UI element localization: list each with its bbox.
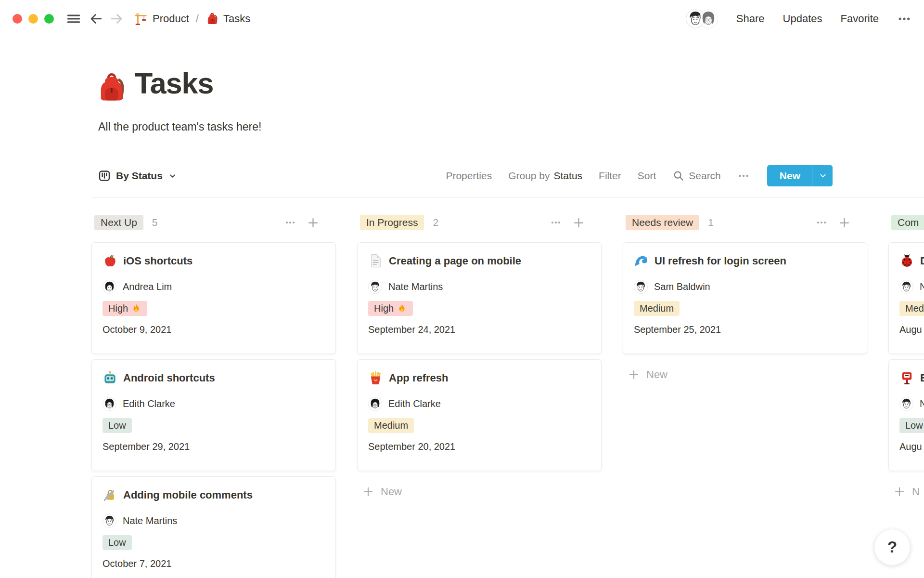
lady-beetle-icon xyxy=(899,253,914,268)
filter-button[interactable]: Filter xyxy=(599,170,621,182)
assignee-name: Nate Martins xyxy=(123,515,177,526)
assignee-name: Andrea Lim xyxy=(123,281,172,292)
task-card[interactable]: UI refresh for login screen Sam Baldwin … xyxy=(623,242,867,354)
chevron-down-icon xyxy=(168,171,177,181)
card-assignee: N xyxy=(899,280,924,294)
card-assignee: Nate Martins xyxy=(103,514,325,528)
new-button[interactable]: New xyxy=(768,165,812,186)
column-more-icon[interactable] xyxy=(284,217,296,228)
breadcrumb-separator: / xyxy=(195,13,200,25)
card-date: September 25, 2021 xyxy=(634,324,856,335)
add-card-button[interactable]: New xyxy=(623,368,667,381)
assignee-name: Sam Baldwin xyxy=(654,281,710,292)
building-construction-icon xyxy=(134,12,148,26)
card-assignee: Andrea Lim xyxy=(103,280,325,294)
updates-button[interactable]: Updates xyxy=(783,13,822,25)
breadcrumb-product[interactable]: Product xyxy=(134,12,189,26)
view-menu: Properties Group by Status Filter Sort S… xyxy=(446,165,833,186)
priority-badge: Low xyxy=(103,535,132,550)
back-arrow-icon[interactable] xyxy=(89,11,104,26)
sidebar-toggle-icon[interactable] xyxy=(65,11,82,27)
avatar xyxy=(103,280,116,294)
breadcrumb-tasks[interactable]: Tasks xyxy=(205,12,250,26)
card-assignee: N xyxy=(899,397,924,411)
assignee-name: Edith Clarke xyxy=(123,398,175,409)
page-description[interactable]: All the product team's tasks here! xyxy=(98,120,261,133)
column-more-icon[interactable] xyxy=(816,217,827,228)
task-card[interactable]: iOS shortcuts Andrea Lim High October 9,… xyxy=(91,242,336,354)
priority-badge: Medium xyxy=(634,301,680,316)
more-options-icon[interactable] xyxy=(897,12,911,26)
column-add-icon[interactable] xyxy=(572,216,585,229)
fire-icon xyxy=(131,303,141,314)
column-add-icon[interactable] xyxy=(307,216,320,229)
group-by-button[interactable]: Group by Status xyxy=(508,170,582,182)
breadcrumb: Product / Tasks xyxy=(134,12,250,26)
water-wave-icon xyxy=(634,253,649,268)
view-toolbar: By Status Properties Group by Status Fil… xyxy=(91,164,833,187)
assignee-name: Nate Martins xyxy=(388,281,443,292)
assignee-name: N xyxy=(920,398,924,409)
new-button-group: New xyxy=(767,165,833,186)
column-status-badge[interactable]: Next Up xyxy=(94,215,143,230)
column-status-badge[interactable]: Needs review xyxy=(626,215,699,230)
task-card[interactable]: Adding mobile comments Nate Martins Low … xyxy=(91,476,336,578)
new-dropdown-button[interactable] xyxy=(813,165,833,186)
card-assignee: Edith Clarke xyxy=(103,397,325,411)
column-header: In Progress 2 xyxy=(357,213,602,232)
column-more-icon[interactable] xyxy=(550,217,562,228)
assignee-name: Edith Clarke xyxy=(388,398,441,409)
window-controls xyxy=(13,14,54,24)
card-date: October 7, 2021 xyxy=(103,558,325,569)
window-topbar: Product / Tasks Share Updates Favorite xyxy=(0,0,924,38)
task-card[interactable]: Creating a page on mobile Nate Martins H… xyxy=(357,242,602,354)
plus-icon xyxy=(893,486,906,498)
column-status-badge[interactable]: Com xyxy=(891,215,924,230)
help-button[interactable]: ? xyxy=(874,529,911,565)
red-apple-icon xyxy=(103,253,117,268)
search-icon xyxy=(672,170,685,182)
page-icon-backpack[interactable] xyxy=(95,71,128,104)
priority-badge: High xyxy=(103,301,147,316)
card-title: D xyxy=(920,255,924,267)
properties-button[interactable]: Properties xyxy=(446,170,492,182)
board-column-completed: Com D N Med Augu E N xyxy=(888,213,924,498)
zoom-window-button[interactable] xyxy=(44,14,54,24)
column-status-badge[interactable]: In Progress xyxy=(360,215,424,230)
add-card-button[interactable]: New xyxy=(357,486,402,498)
minimize-window-button[interactable] xyxy=(28,14,38,24)
view-more-icon[interactable] xyxy=(737,170,750,182)
add-card-button[interactable]: N xyxy=(888,486,920,498)
member-avatars[interactable] xyxy=(686,9,718,28)
task-card[interactable]: D N Med Augu xyxy=(888,242,924,354)
priority-badge: Low xyxy=(899,418,924,433)
favorite-button[interactable]: Favorite xyxy=(841,13,879,25)
card-date: October 9, 2021 xyxy=(103,324,325,335)
column-header: Next Up 5 xyxy=(91,213,336,232)
french-fries-icon xyxy=(368,370,383,385)
fire-icon xyxy=(397,303,407,314)
sort-button[interactable]: Sort xyxy=(638,170,656,182)
priority-badge: High xyxy=(368,301,413,316)
task-card[interactable]: Android shortcuts Edith Clarke Low Septe… xyxy=(91,359,336,471)
page-title[interactable]: Tasks xyxy=(135,66,213,100)
card-title: Adding mobile comments xyxy=(123,489,253,501)
column-header: Needs review 1 xyxy=(623,213,867,232)
priority-badge: Med xyxy=(899,301,924,316)
search-button[interactable]: Search xyxy=(672,170,721,182)
card-assignee: Sam Baldwin xyxy=(634,280,856,294)
task-card[interactable]: E N Low Augu xyxy=(888,359,924,471)
task-card[interactable]: App refresh Edith Clarke Medium Septembe… xyxy=(357,359,602,471)
card-title: Android shortcuts xyxy=(123,372,215,384)
forward-arrow-icon[interactable] xyxy=(109,11,124,26)
card-assignee: Nate Martins xyxy=(368,280,590,294)
view-switcher[interactable]: By Status xyxy=(91,170,177,182)
priority-badge: Low xyxy=(103,418,132,433)
backpack-icon xyxy=(205,12,219,26)
column-add-icon[interactable] xyxy=(838,216,851,229)
close-window-button[interactable] xyxy=(13,14,22,24)
card-title: UI refresh for login screen xyxy=(654,255,786,267)
share-button[interactable]: Share xyxy=(736,13,765,25)
column-count: 2 xyxy=(433,217,438,228)
avatar xyxy=(634,280,648,294)
